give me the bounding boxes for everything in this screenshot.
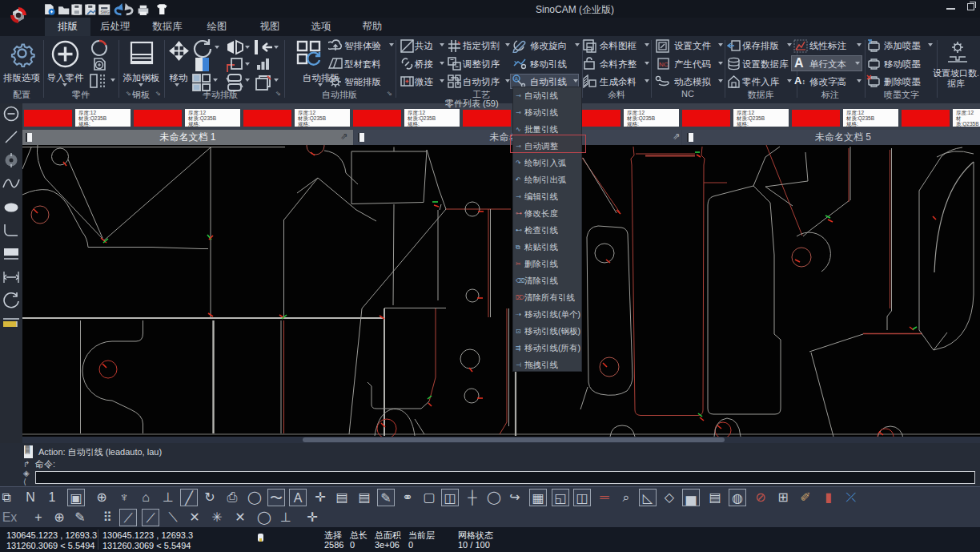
svg-text:SWG: SWG [100,10,110,14]
